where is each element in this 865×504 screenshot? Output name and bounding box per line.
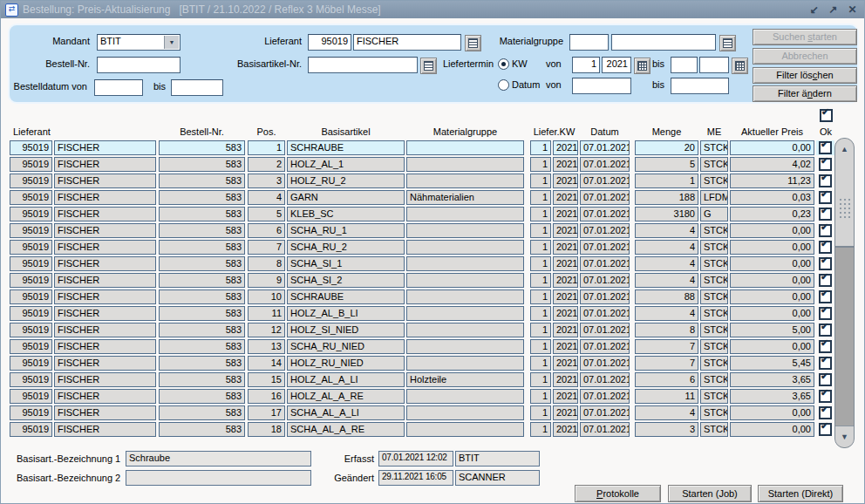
- cell-basisartikel[interactable]: SCHA_RU_2: [287, 240, 405, 255]
- cell-lieferant-name[interactable]: FISCHER: [54, 372, 156, 387]
- cell-materialgruppe[interactable]: [406, 207, 524, 221]
- cell-pos[interactable]: 8: [248, 256, 285, 271]
- cell-liefer-kw[interactable]: 1: [530, 207, 551, 221]
- cell-pos[interactable]: 2: [248, 157, 285, 172]
- cell-liefer-jahr[interactable]: 2021: [553, 405, 578, 420]
- cell-menge[interactable]: 5: [635, 157, 698, 172]
- kw-bis-woche-field[interactable]: [671, 57, 698, 73]
- cell-liefer-kw[interactable]: 1: [530, 405, 551, 420]
- cell-liefer-jahr[interactable]: 2021: [553, 190, 578, 205]
- cell-bestell-nr[interactable]: 583: [159, 223, 245, 238]
- cell-lieferant-nr[interactable]: 95019: [10, 240, 52, 255]
- cell-lieferant-nr[interactable]: 95019: [10, 289, 52, 304]
- cell-basisartikel[interactable]: SCHRAUBE: [287, 140, 405, 155]
- cell-liefer-kw[interactable]: 1: [530, 339, 551, 354]
- cell-liefer-jahr[interactable]: 2021: [553, 207, 578, 221]
- cell-lieferant-nr[interactable]: 95019: [10, 422, 52, 437]
- protokolle-button[interactable]: Protokolle: [575, 485, 661, 502]
- row-ok-checkbox[interactable]: ✔: [816, 405, 834, 420]
- cell-pos[interactable]: 10: [248, 289, 285, 304]
- cell-liefer-kw[interactable]: 1: [530, 174, 551, 188]
- row-ok-checkbox[interactable]: ✔: [816, 422, 834, 437]
- row-ok-checkbox[interactable]: ✔: [816, 190, 834, 205]
- cell-basisartikel[interactable]: SCHA_AL_A_RE: [287, 422, 405, 437]
- cell-materialgruppe[interactable]: [406, 256, 524, 271]
- cell-me[interactable]: LFDM: [700, 190, 728, 205]
- cell-datum[interactable]: 07.01.2021: [580, 389, 630, 404]
- cell-preis[interactable]: 0,00: [730, 240, 814, 255]
- cell-materialgruppe[interactable]: [406, 422, 524, 437]
- table-row[interactable]: 95019 FISCHER 583 13 SCHA_RU_NIED 1 2021…: [10, 339, 834, 354]
- cell-lieferant-name[interactable]: FISCHER: [54, 405, 156, 420]
- cell-lieferant-name[interactable]: FISCHER: [54, 422, 156, 437]
- table-row[interactable]: 95019 FISCHER 583 16 HOLZ_AL_A_RE 1 2021…: [10, 389, 834, 404]
- materialgruppe-code-field[interactable]: [569, 34, 609, 51]
- table-row[interactable]: 95019 FISCHER 583 14 HOLZ_RU_NIED 1 2021…: [10, 356, 834, 371]
- cell-menge[interactable]: 1: [635, 174, 698, 188]
- row-ok-checkbox[interactable]: ✔: [816, 289, 834, 304]
- cell-preis[interactable]: 4,02: [730, 157, 814, 172]
- cell-liefer-jahr[interactable]: 2021: [553, 273, 578, 288]
- cell-me[interactable]: STCK: [700, 356, 728, 371]
- cell-datum[interactable]: 07.01.2021: [580, 223, 630, 238]
- cell-pos[interactable]: 13: [248, 339, 285, 354]
- lieferant-nr-field[interactable]: 95019: [308, 34, 351, 51]
- cell-bestell-nr[interactable]: 583: [159, 140, 245, 155]
- cell-lieferant-nr[interactable]: 95019: [10, 339, 52, 354]
- cell-lieferant-name[interactable]: FISCHER: [54, 389, 156, 404]
- cell-liefer-kw[interactable]: 1: [530, 256, 551, 271]
- cell-pos[interactable]: 16: [248, 389, 285, 404]
- table-row[interactable]: 95019 FISCHER 583 6 SCHA_RU_1 1 2021 07.…: [10, 223, 834, 238]
- cell-materialgruppe[interactable]: [406, 140, 524, 155]
- table-row[interactable]: 95019 FISCHER 583 12 HOLZ_SI_NIED 1 2021…: [10, 323, 834, 337]
- cell-menge[interactable]: 6: [635, 372, 698, 387]
- cell-lieferant-name[interactable]: FISCHER: [54, 140, 156, 155]
- cell-preis[interactable]: 0,03: [730, 190, 814, 205]
- kw-radio[interactable]: [498, 58, 509, 70]
- cell-datum[interactable]: 07.01.2021: [580, 323, 630, 337]
- close-icon[interactable]: ✕: [845, 3, 860, 16]
- row-ok-checkbox[interactable]: ✔: [816, 339, 834, 354]
- cell-datum[interactable]: 07.01.2021: [580, 256, 630, 271]
- cell-pos[interactable]: 4: [248, 190, 285, 205]
- cell-basisartikel[interactable]: SCHRAUBE: [287, 289, 405, 304]
- cell-lieferant-nr[interactable]: 95019: [10, 174, 52, 188]
- kw-von-woche-field[interactable]: 1: [572, 57, 600, 73]
- vertical-scrollbar[interactable]: ▲ ▼: [834, 138, 855, 448]
- cell-pos[interactable]: 1: [248, 140, 285, 155]
- cell-liefer-jahr[interactable]: 2021: [553, 356, 578, 371]
- cell-pos[interactable]: 14: [248, 356, 285, 371]
- cell-bestell-nr[interactable]: 583: [159, 157, 245, 172]
- cell-me[interactable]: STCK: [700, 389, 728, 404]
- cell-me[interactable]: STCK: [700, 174, 728, 188]
- cell-lieferant-nr[interactable]: 95019: [10, 372, 52, 387]
- select-all-checkbox[interactable]: ✔: [820, 109, 833, 122]
- cell-liefer-kw[interactable]: 1: [530, 273, 551, 288]
- starten-direkt-button[interactable]: Starten (Direkt): [758, 485, 843, 502]
- lieferant-name-field[interactable]: FISCHER: [353, 34, 461, 51]
- cell-me[interactable]: STCK: [700, 223, 728, 238]
- cell-datum[interactable]: 07.01.2021: [580, 240, 630, 255]
- cell-preis[interactable]: 0,23: [730, 207, 814, 221]
- cell-datum[interactable]: 07.01.2021: [580, 174, 630, 188]
- row-ok-checkbox[interactable]: ✔: [816, 207, 834, 221]
- cell-liefer-kw[interactable]: 1: [530, 372, 551, 387]
- cell-menge[interactable]: 4: [635, 256, 698, 271]
- cell-bestell-nr[interactable]: 583: [159, 422, 245, 437]
- table-row[interactable]: 95019 FISCHER 583 7 SCHA_RU_2 1 2021 07.…: [10, 240, 834, 255]
- cell-datum[interactable]: 07.01.2021: [580, 405, 630, 420]
- cell-menge[interactable]: 4: [635, 240, 698, 255]
- row-ok-checkbox[interactable]: ✔: [816, 157, 834, 172]
- cell-lieferant-name[interactable]: FISCHER: [54, 323, 156, 337]
- cell-materialgruppe[interactable]: [406, 323, 524, 337]
- cell-menge[interactable]: 4: [635, 405, 698, 420]
- cell-bestell-nr[interactable]: 583: [159, 289, 245, 304]
- cell-liefer-jahr[interactable]: 2021: [553, 174, 578, 188]
- cell-me[interactable]: STCK: [700, 372, 728, 387]
- cell-bestell-nr[interactable]: 583: [159, 273, 245, 288]
- datum-radio[interactable]: [498, 79, 509, 91]
- cell-liefer-kw[interactable]: 1: [530, 157, 551, 172]
- cell-materialgruppe[interactable]: [406, 223, 524, 238]
- cell-menge[interactable]: 20: [635, 140, 698, 155]
- cell-lieferant-nr[interactable]: 95019: [10, 405, 52, 420]
